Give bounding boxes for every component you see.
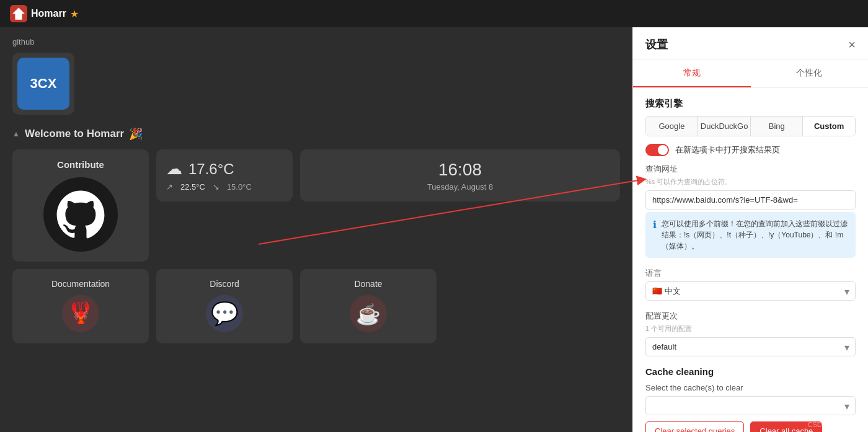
dashboard: github 3CX ▲ Welcome to Homarr 🎉 ☁ 17.6°…	[0, 27, 632, 432]
date-display: Tuesday, August 8	[427, 182, 493, 192]
3cx-app-card[interactable]: 3CX	[12, 53, 74, 115]
cache-select-label: Select the cache(s) to clear	[645, 383, 856, 392]
star-icon: ★	[70, 8, 79, 20]
documentation-title: Documentation	[51, 279, 110, 289]
new-tab-label: 在新选项卡中打开搜索结果页	[675, 144, 856, 156]
github-section: github 3CX	[12, 37, 620, 115]
new-tab-toggle-row: 在新选项卡中打开搜索结果页	[645, 144, 856, 156]
search-engine-options: Google DuckDuckGo Bing Custom	[645, 116, 856, 136]
search-engine-settings: 在新选项卡中打开搜索结果页	[645, 144, 856, 156]
tab-general[interactable]: 常规	[633, 60, 751, 87]
logo: Homarr ★	[10, 5, 79, 22]
temp-high: 22.5°C	[180, 182, 205, 192]
temp-up-icon: ↗	[166, 182, 173, 192]
homarr-logo-icon	[10, 5, 27, 22]
info-icon: ℹ	[653, 219, 657, 231]
language-select-wrapper: 🇨🇳 中文 ▾	[645, 281, 856, 301]
github-label: github	[12, 37, 620, 46]
url-input[interactable]	[645, 190, 856, 209]
option-duckduckgo[interactable]: DuckDuckGo	[698, 117, 751, 136]
discord-title: Discord	[210, 279, 239, 289]
weather-widget: ☁ 17.6°C ↗ 22.5°C ↘ 15.0°C	[156, 149, 293, 201]
search-engine-title: 搜索引擎	[645, 98, 856, 110]
contribute-widget[interactable]: Contribute	[12, 149, 149, 262]
temp-low: 15.0°C	[227, 182, 252, 192]
time-display: 16:08	[438, 160, 482, 180]
settings-tabs: 常规 个性化	[633, 60, 868, 88]
documentation-card[interactable]: Documentation 🦞	[12, 269, 149, 343]
documentation-icon: 🦞	[61, 294, 100, 333]
config-label: 配置更次	[645, 311, 856, 322]
discord-card[interactable]: Discord 💬	[156, 269, 293, 343]
discord-icon: 💬	[205, 294, 244, 333]
3cx-icon: 3CX	[17, 58, 69, 110]
settings-panel: 设置 × 常规 个性化 搜索引擎 Google DuckDuckGo Bing …	[632, 27, 868, 432]
donate-title: Donate	[354, 279, 382, 289]
topbar: Homarr ★	[0, 0, 868, 27]
3cx-text: 3CX	[30, 76, 57, 92]
settings-content: 搜索引擎 Google DuckDuckGo Bing Custom 在新选项卡…	[633, 88, 868, 432]
svg-text:💬: 💬	[211, 300, 239, 327]
option-google[interactable]: Google	[646, 117, 698, 136]
weather-temp-display: ☁ 17.6°C	[166, 159, 283, 179]
svg-text:🦞: 🦞	[68, 300, 94, 325]
search-engine-section: 搜索引擎 Google DuckDuckGo Bing Custom 在新选项卡…	[645, 98, 856, 258]
clear-selected-button[interactable]: Clear selected queries	[645, 421, 744, 432]
weather-range: ↗ 22.5°C ↘ 15.0°C	[166, 182, 283, 192]
collapse-toggle[interactable]: ▲	[12, 130, 20, 138]
welcome-header: ▲ Welcome to Homarr 🎉	[12, 127, 620, 141]
donate-icon: ☕	[348, 294, 388, 333]
app-title: Homarr	[31, 8, 66, 19]
info-text: 您可以使用多个前缀！在您的查询前加入这些前缀以过滤结果：!s（网页）、!t（种子…	[662, 218, 848, 252]
language-select[interactable]: 🇨🇳 中文	[645, 281, 856, 301]
contribute-title: Contribute	[57, 159, 104, 170]
config-section: 配置更次 1 个可用的配置 default ▾	[645, 311, 856, 356]
url-label: 查询网址	[645, 164, 856, 175]
donate-card[interactable]: Donate ☕	[300, 269, 436, 343]
config-select-wrapper: default ▾	[645, 337, 856, 356]
toggle-thumb	[658, 145, 668, 155]
temp-down-icon: ↘	[213, 182, 219, 192]
cache-title: Cache cleaning	[645, 366, 856, 377]
link-cards: Documentation 🦞 Discord 💬	[12, 269, 293, 343]
config-select[interactable]: default	[645, 337, 856, 356]
info-box: ℹ 您可以使用多个前缀！在您的查询前加入这些前缀以过滤结果：!s（网页）、!t（…	[645, 212, 856, 258]
svg-point-2	[43, 177, 118, 252]
cache-select[interactable]	[645, 396, 856, 415]
watermark: CSDN @江湖有缘	[808, 420, 863, 430]
option-bing[interactable]: Bing	[751, 117, 803, 136]
clock-widget: 16:08 Tuesday, August 8	[300, 149, 620, 201]
temperature-value: 17.6°C	[188, 161, 234, 178]
config-hint: 1 个可用的配置	[645, 324, 856, 333]
main-layout: github 3CX ▲ Welcome to Homarr 🎉 ☁ 17.6°…	[0, 27, 868, 432]
widget-grid: ☁ 17.6°C ↗ 22.5°C ↘ 15.0°C 16:08 Tuesday…	[12, 149, 620, 343]
settings-header: 设置 ×	[633, 27, 868, 60]
cloud-icon: ☁	[166, 159, 182, 179]
url-hint: %s 可以作为查询的占位符。	[645, 177, 856, 187]
language-label: 语言	[645, 268, 856, 279]
svg-text:☕: ☕	[356, 302, 381, 326]
settings-title: 设置	[645, 37, 668, 52]
new-tab-toggle[interactable]	[645, 144, 669, 156]
welcome-section: ▲ Welcome to Homarr 🎉 ☁ 17.6°C ↗ 22.5°C …	[12, 127, 620, 343]
welcome-emoji: 🎉	[129, 127, 143, 141]
tab-personalize[interactable]: 个性化	[751, 60, 869, 87]
cache-select-wrapper: ▾	[645, 396, 856, 415]
welcome-title: Welcome to Homarr	[25, 128, 124, 140]
url-subsection: 查询网址 %s 可以作为查询的占位符。	[645, 164, 856, 209]
github-icon	[43, 177, 118, 252]
close-button[interactable]: ×	[848, 38, 856, 51]
language-section: 语言 🇨🇳 中文 ▾	[645, 268, 856, 301]
option-custom[interactable]: Custom	[803, 117, 855, 136]
